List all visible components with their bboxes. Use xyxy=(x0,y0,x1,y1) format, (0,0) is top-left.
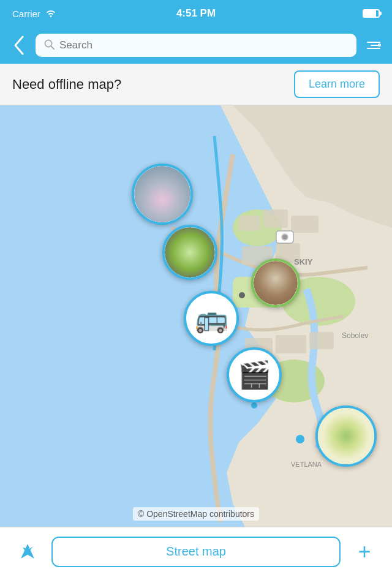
svg-rect-8 xyxy=(263,209,288,228)
film-icon: 🎬 xyxy=(238,361,271,388)
learn-more-button[interactable]: Learn more xyxy=(294,70,380,98)
bottom-bar: Street map + xyxy=(0,527,392,576)
svg-rect-9 xyxy=(291,216,318,233)
filter-icon xyxy=(367,42,380,49)
svg-point-21 xyxy=(251,402,257,409)
offline-banner: Need offline map? Learn more xyxy=(0,64,392,105)
search-icon xyxy=(44,39,55,52)
svg-point-19 xyxy=(239,292,245,298)
nav-bar xyxy=(0,27,392,64)
location-button[interactable] xyxy=(12,537,43,567)
svg-text:VETLANA: VETLANA xyxy=(291,461,322,468)
search-bar[interactable] xyxy=(36,34,356,57)
map-pin-fountain[interactable] xyxy=(132,164,193,225)
svg-rect-7 xyxy=(239,216,260,231)
map-pin-garden[interactable] xyxy=(162,225,217,280)
filter-button[interactable] xyxy=(363,34,385,56)
svg-text:SKIY: SKIY xyxy=(294,257,313,266)
search-input[interactable] xyxy=(59,39,348,51)
carrier-label: Carrier xyxy=(12,9,40,19)
svg-line-1 xyxy=(51,46,54,49)
svg-point-25 xyxy=(282,235,287,239)
back-button[interactable] xyxy=(7,34,29,56)
svg-rect-13 xyxy=(276,335,306,353)
svg-point-22 xyxy=(296,435,304,443)
map-pin-building[interactable] xyxy=(251,258,300,307)
street-map-button[interactable]: Street map xyxy=(51,537,341,567)
svg-rect-14 xyxy=(309,332,334,349)
bus-icon: 🚌 xyxy=(195,305,228,332)
map-pin-bus[interactable]: 🚌 xyxy=(184,291,239,346)
svg-text:Sobolev: Sobolev xyxy=(342,331,368,340)
battery-icon xyxy=(363,9,380,18)
map-pin-cinema[interactable]: 🎬 xyxy=(227,347,282,402)
map-pin-villa[interactable] xyxy=(315,405,377,467)
map-container[interactable]: SKIY Sobolev VETLANA 🚌 🎬 xyxy=(0,105,392,527)
add-button[interactable]: + xyxy=(349,537,380,567)
wifi-icon xyxy=(45,9,56,19)
status-bar: Carrier 4:51 PM xyxy=(0,0,392,27)
time-label: 4:51 PM xyxy=(176,7,216,20)
offline-banner-text: Need offline map? xyxy=(12,77,121,92)
osm-credit: © OpenStreetMap contributors xyxy=(133,507,259,521)
